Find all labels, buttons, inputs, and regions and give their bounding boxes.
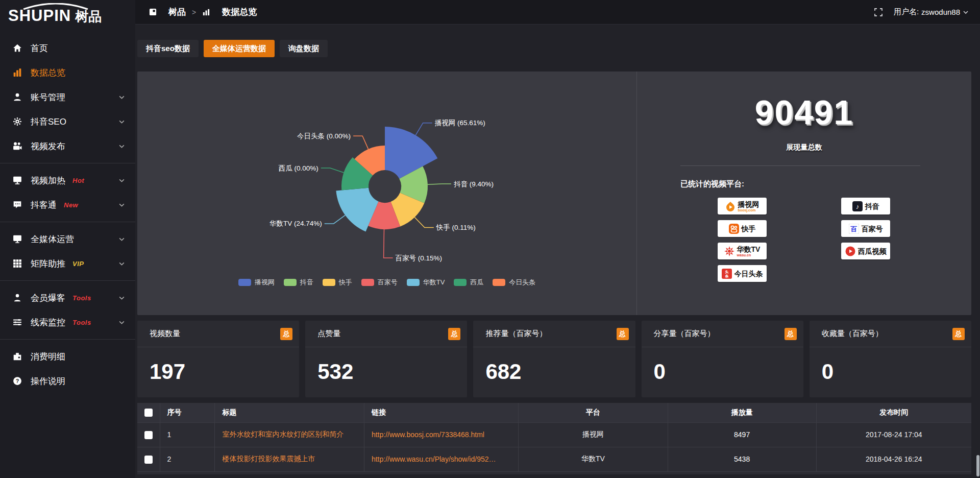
- sidebar-item-12-操作说明[interactable]: ?操作说明: [0, 369, 135, 393]
- sidebar-item-5-视频加热[interactable]: 视频加热Hot: [0, 168, 135, 193]
- tab-询盘数据[interactable]: 询盘数据: [280, 40, 328, 57]
- stat-card-title: 点赞量: [317, 329, 340, 339]
- sidebar-divider: [0, 163, 135, 163]
- wallet-icon: [12, 351, 22, 362]
- stat-card-value: 197: [137, 347, 299, 384]
- sidebar-item-4-视频发布[interactable]: 视频发布: [0, 134, 135, 158]
- video-title-link[interactable]: 室外水纹灯和室内水纹灯的区别和简介: [222, 430, 363, 439]
- legend-label: 抖音: [300, 278, 313, 287]
- table-header-row: 序号 标题 链接 平台 播放量 发布时间: [137, 403, 971, 422]
- sidebar-item-8-矩阵助推[interactable]: 矩阵助推VIP: [0, 251, 135, 276]
- boosj-logo: [725, 201, 736, 211]
- stat-card-value: 532: [305, 347, 467, 384]
- chevron-down-icon: [963, 9, 969, 15]
- topbar: 树品 > 数据总览 用户名: zswodun88: [135, 0, 980, 25]
- sidebar-item-10-线索监控[interactable]: 线索监控Tools: [0, 310, 135, 334]
- legend-item-播视网[interactable]: 播视网: [238, 278, 275, 287]
- app-logo[interactable]: SHUPIN 树品: [0, 0, 135, 31]
- sidebar-item-11-消费明细[interactable]: 消费明细: [0, 344, 135, 369]
- chevron-down-icon: [118, 295, 125, 301]
- legend-label: 播视网: [255, 278, 275, 287]
- sidebar-divider: [0, 222, 135, 222]
- legend-label: 西瓜: [470, 278, 483, 287]
- video-title-link[interactable]: 楼体投影灯投影效果震撼上市: [222, 455, 363, 464]
- total-badge: 总: [280, 328, 292, 340]
- chevron-down-icon: [118, 177, 125, 184]
- col-header-link: 链接: [364, 403, 518, 422]
- stat-cards-row: 视频数量总197点赞量总532推荐量（百家号）总682分享量（百家号）总0收藏量…: [137, 321, 971, 397]
- svg-text:?: ?: [16, 378, 19, 384]
- pie-label: 抖音 (9.40%): [454, 180, 494, 188]
- tab-全媒体运营数据[interactable]: 全媒体运营数据: [204, 40, 275, 57]
- stat-card-title: 视频数量: [150, 329, 180, 339]
- col-header-plays: 播放量: [668, 403, 816, 422]
- legend-item-华数TV[interactable]: 华数TV: [407, 278, 445, 287]
- baijiahao-logo: 百: [849, 224, 859, 234]
- sidebar-item-0-首页[interactable]: 首页: [0, 36, 135, 60]
- legend-item-抖音[interactable]: 抖音: [284, 278, 313, 287]
- kuaishou-logo: [729, 224, 739, 234]
- chevron-down-icon: [118, 236, 125, 243]
- member-icon: [12, 293, 22, 303]
- platforms-label: 已统计的视频平台:: [680, 179, 971, 189]
- sidebar-item-3-抖音SEO[interactable]: 抖音SEO: [0, 109, 135, 134]
- pie-label: 播视网 (65.61%): [435, 119, 485, 127]
- sidebar-item-1-数据总览[interactable]: 数据总览: [0, 60, 135, 85]
- breadcrumb-home[interactable]: 树品: [149, 6, 186, 18]
- chevron-down-icon: [118, 94, 125, 101]
- sidebar-item-7-全媒体运营[interactable]: 全媒体运营: [0, 227, 135, 251]
- username-value: zswodun88: [921, 8, 960, 16]
- col-header-title: 标题: [215, 403, 364, 422]
- fullscreen-icon[interactable]: [874, 8, 883, 16]
- video-url-link[interactable]: http://www.wasu.cn/Play/show/id/952…: [372, 455, 518, 463]
- row-checkbox[interactable]: [144, 456, 153, 464]
- platform-badge-快手: 快手: [718, 220, 767, 237]
- breadcrumb-current[interactable]: 数据总览: [202, 6, 257, 18]
- logo-cn: 树品: [75, 8, 102, 26]
- douyin-logo: ♪: [852, 201, 863, 211]
- video-table-wrap: 序号 标题 链接 平台 播放量 发布时间 1室外水纹灯和室内水纹灯的区别和简介h…: [137, 403, 971, 474]
- tab-bar: 抖音seo数据全媒体运营数据询盘数据: [137, 40, 980, 57]
- svg-text:百: 百: [850, 225, 857, 233]
- sidebar-item-9-会员爆客[interactable]: 会员爆客Tools: [0, 285, 135, 310]
- table-row: 2楼体投影灯投影效果震撼上市http://www.wasu.cn/Play/sh…: [137, 447, 971, 471]
- platform-badge-西瓜视频: 西瓜视频: [841, 243, 890, 259]
- platform-badge-label: 抖音: [865, 203, 879, 210]
- stat-card-value: 682: [473, 347, 635, 384]
- legend-swatch: [238, 279, 251, 286]
- select-all-checkbox[interactable]: [144, 409, 153, 417]
- xigua-logo: [845, 246, 855, 256]
- platform-badge-label: 今日头条: [734, 270, 763, 277]
- scrollbar-thumb[interactable]: [976, 455, 979, 476]
- legend-swatch: [361, 279, 374, 286]
- total-badge: 总: [448, 328, 460, 340]
- svg-text:头: 头: [725, 270, 728, 274]
- username-label: 用户名:: [894, 7, 919, 17]
- row-checkbox[interactable]: [144, 431, 153, 439]
- sidebar-item-6-抖客通[interactable]: 抖客通New: [0, 193, 135, 217]
- tab-抖音seo数据[interactable]: 抖音seo数据: [137, 40, 199, 57]
- user-menu[interactable]: 用户名: zswodun88: [894, 7, 969, 17]
- sidebar-item-label: 抖客通: [31, 199, 57, 211]
- platform-badge-华数TV: 华数TVwasu.cn: [718, 243, 767, 259]
- stat-card-点赞量: 点赞量总532: [305, 321, 467, 397]
- pie-slice-播视网[interactable]: [385, 127, 437, 179]
- platform-badge-label: 西瓜视频: [858, 248, 887, 255]
- cell-plays: 5438: [668, 447, 816, 471]
- sidebar-item-2-账号管理[interactable]: 账号管理: [0, 85, 135, 109]
- col-header-time: 发布时间: [816, 403, 971, 422]
- breadcrumb-home-label: 树品: [168, 6, 186, 18]
- video-url-link[interactable]: http://www.boosj.com/7338468.html: [372, 431, 518, 439]
- legend-item-百家号[interactable]: 百家号: [361, 278, 398, 287]
- chat-icon: [12, 200, 22, 210]
- legend-item-快手[interactable]: 快手: [323, 278, 352, 287]
- sidebar-item-label: 矩阵助推: [31, 258, 65, 270]
- chevron-down-icon: [118, 202, 125, 208]
- legend-item-西瓜[interactable]: 西瓜: [454, 278, 483, 287]
- sidebar-item-label: 全媒体运营: [31, 233, 74, 245]
- screen-play-icon: [12, 175, 22, 185]
- legend-swatch: [323, 279, 335, 286]
- sidebar-item-label: 线索监控: [31, 317, 65, 328]
- legend-item-今日头条[interactable]: 今日头条: [493, 278, 535, 287]
- summary-divider: [680, 165, 920, 166]
